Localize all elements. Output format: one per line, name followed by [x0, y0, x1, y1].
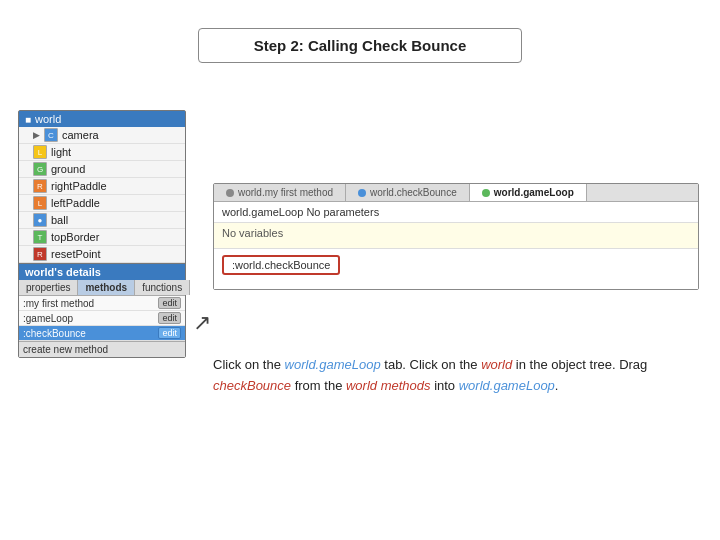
highlight-world-methods: world methods	[346, 378, 431, 393]
code-panel: world.my first method world.checkBounce …	[213, 183, 699, 290]
tab-methods[interactable]: methods	[78, 280, 135, 295]
edit-button-first[interactable]: edit	[158, 297, 181, 309]
highlight-world-gameloop-end: world.gameLoop	[459, 378, 555, 393]
rightpaddle-icon: R	[33, 179, 47, 193]
tree-item-label: resetPoint	[51, 248, 101, 260]
tab-checkbounce[interactable]: world.checkBounce	[346, 184, 470, 201]
tree-item-camera[interactable]: ▶ C camera	[19, 127, 185, 144]
code-variables: No variables	[214, 223, 698, 249]
topborder-icon: T	[33, 230, 47, 244]
tree-item-label: ground	[51, 163, 85, 175]
tree-item-label: light	[51, 146, 71, 158]
details-panel: world's details	[19, 263, 185, 280]
tree-item-ball[interactable]: ● ball	[19, 212, 185, 229]
leftpaddle-icon: L	[33, 196, 47, 210]
instruction-mid2: in the object tree. Drag	[512, 357, 647, 372]
edit-button-checkbounce[interactable]: edit	[158, 327, 181, 339]
object-tree-panel: ■ world ▶ C camera L light G ground R ri…	[18, 110, 186, 358]
tree-item-ground[interactable]: G ground	[19, 161, 185, 178]
resetpoint-icon: R	[33, 247, 47, 261]
tree-item-label: topBorder	[51, 231, 99, 243]
details-label: world's details	[25, 266, 101, 278]
highlight-gameloop: world.gameLoop	[285, 357, 381, 372]
tab-dot-game	[482, 189, 490, 197]
tab-functions[interactable]: functions	[135, 280, 190, 295]
tree-item-label: rightPaddle	[51, 180, 107, 192]
highlight-checkbounce: checkBounce	[213, 378, 291, 393]
camera-icon: C	[44, 128, 58, 142]
tree-item-topBorder[interactable]: T topBorder	[19, 229, 185, 246]
light-icon: L	[33, 145, 47, 159]
highlight-world: world	[481, 357, 512, 372]
code-tabs: world.my first method world.checkBounce …	[214, 184, 698, 202]
dragged-checkbounce[interactable]: :world.checkBounce	[222, 255, 340, 275]
create-new-method[interactable]: create new method	[19, 341, 185, 357]
instruction-mid4: into	[431, 378, 459, 393]
step-title: Step 2: Calling Check Bounce	[198, 28, 522, 63]
tree-item-leftPaddle[interactable]: L leftPaddle	[19, 195, 185, 212]
instruction-mid1: tab. Click on the	[381, 357, 481, 372]
tree-header: ■ world	[19, 111, 185, 127]
method-gameloop[interactable]: :gameLoop edit	[19, 311, 185, 326]
ball-icon: ●	[33, 213, 47, 227]
details-tabs: properties methods functions	[19, 280, 185, 296]
tab-dot-first	[226, 189, 234, 197]
tree-item-label: camera	[62, 129, 99, 141]
tree-item-label: leftPaddle	[51, 197, 100, 209]
arrow-indicator: ↗	[193, 310, 211, 336]
method-my-first-method[interactable]: :my first method edit	[19, 296, 185, 311]
tree-header-label: world	[35, 113, 61, 125]
code-method-header: world.gameLoop No parameters	[214, 202, 698, 223]
tree-item-label: ball	[51, 214, 68, 226]
tab-my-first-method[interactable]: world.my first method	[214, 184, 346, 201]
ground-icon: G	[33, 162, 47, 176]
tab-dot-check	[358, 189, 366, 197]
instruction-suffix: .	[555, 378, 559, 393]
instruction-mid3: from the	[291, 378, 346, 393]
code-body: :world.checkBounce	[214, 249, 698, 289]
tree-item-rightPaddle[interactable]: R rightPaddle	[19, 178, 185, 195]
tree-item-resetPoint[interactable]: R resetPoint	[19, 246, 185, 263]
method-checkbounce[interactable]: :checkBounce edit	[19, 326, 185, 341]
tab-properties[interactable]: properties	[19, 280, 78, 295]
tree-item-light[interactable]: L light	[19, 144, 185, 161]
tab-gameloop[interactable]: world.gameLoop	[470, 184, 587, 201]
instruction-prefix: Click on the	[213, 357, 285, 372]
world-icon: ■	[25, 114, 31, 125]
edit-button-gameloop[interactable]: edit	[158, 312, 181, 324]
instruction-area: Click on the world.gameLoop tab. Click o…	[213, 355, 699, 397]
